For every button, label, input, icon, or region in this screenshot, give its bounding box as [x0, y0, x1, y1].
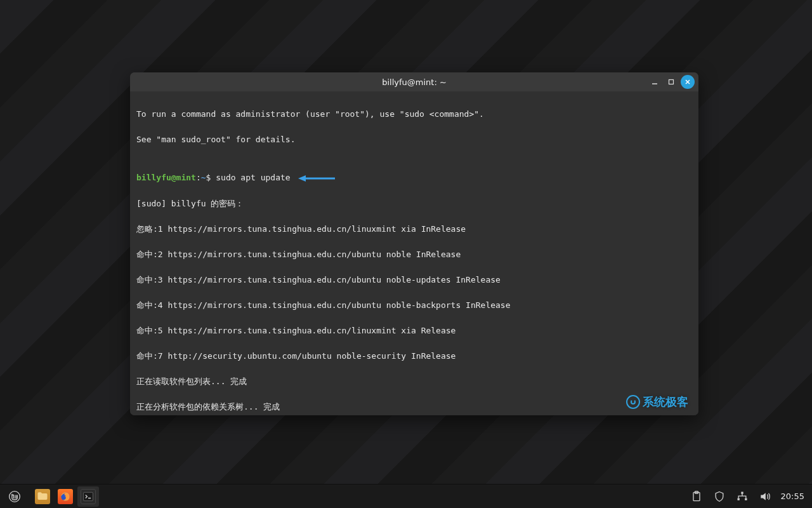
watermark: 系统极客 — [626, 395, 688, 409]
terminal-line: 命中:3 https://mirrors.tuna.tsinghua.edu.c… — [136, 274, 692, 286]
tray-clipboard[interactable] — [686, 486, 707, 507]
svg-marker-5 — [298, 175, 306, 182]
svg-rect-15 — [745, 498, 747, 500]
annotation-arrow-icon — [298, 172, 336, 185]
window-close-button[interactable] — [681, 75, 695, 89]
firefox-icon — [58, 489, 73, 504]
terminal-output[interactable]: To run a command as administrator (user … — [130, 91, 698, 415]
terminal-line: To run a command as administrator (user … — [136, 108, 692, 121]
terminal-line: 命中:5 https://mirrors.tuna.tsinghua.edu.c… — [136, 324, 692, 337]
watermark-icon — [626, 395, 640, 409]
terminal-line: [sudo] billyfu 的密码： — [136, 197, 692, 210]
folder-icon — [35, 489, 50, 504]
svg-rect-13 — [741, 491, 743, 493]
watermark-text: 系统极客 — [643, 396, 688, 408]
taskbar-clock[interactable]: 20:55 — [777, 486, 808, 507]
terminal-icon — [81, 489, 96, 504]
tray-network[interactable] — [731, 486, 753, 507]
svg-rect-10 — [84, 492, 93, 500]
tray-volume[interactable] — [754, 486, 776, 507]
prompt-user-host: billyfu@mint — [136, 173, 196, 182]
terminal-line: 命中:4 https://mirrors.tuna.tsinghua.edu.c… — [136, 299, 692, 312]
command-text: sudo apt update — [216, 173, 290, 182]
terminal-prompt-line: billyfu@mint:~$ sudo apt update — [136, 171, 692, 185]
window-minimize-button[interactable] — [648, 75, 662, 89]
menu-button[interactable] — [4, 486, 25, 507]
svg-rect-14 — [737, 498, 739, 500]
window-titlebar[interactable]: billyfu@mint: ~ — [130, 72, 698, 91]
terminal-line: 正在分析软件包的依赖关系树... 完成 — [136, 401, 692, 413]
terminal-line: 命中:2 https://mirrors.tuna.tsinghua.edu.c… — [136, 248, 692, 261]
taskbar: 20:55 — [0, 484, 812, 508]
terminal-line: See "man sudo_root" for details. — [136, 133, 692, 146]
svg-rect-1 — [669, 80, 674, 84]
clock-text: 20:55 — [781, 491, 804, 501]
terminal-line: 命中:7 http://security.ubuntu.com/ubuntu n… — [136, 350, 692, 363]
terminal-window: billyfu@mint: ~ To run a command as admi… — [130, 72, 698, 415]
terminal-line: 忽略:1 https://mirrors.tuna.tsinghua.edu.c… — [136, 223, 692, 236]
taskbar-separator — [27, 486, 30, 507]
terminal-taskbar-item[interactable] — [77, 486, 99, 507]
files-launcher[interactable] — [32, 486, 53, 507]
prompt-path: ~ — [201, 173, 206, 182]
window-title: billyfu@mint: ~ — [382, 77, 447, 87]
terminal-line: 正在读取软件包列表... 完成 — [136, 375, 692, 388]
firefox-launcher[interactable] — [55, 486, 76, 507]
tray-shield[interactable] — [709, 486, 730, 507]
window-maximize-button[interactable] — [664, 75, 678, 89]
svg-point-8 — [10, 491, 20, 502]
